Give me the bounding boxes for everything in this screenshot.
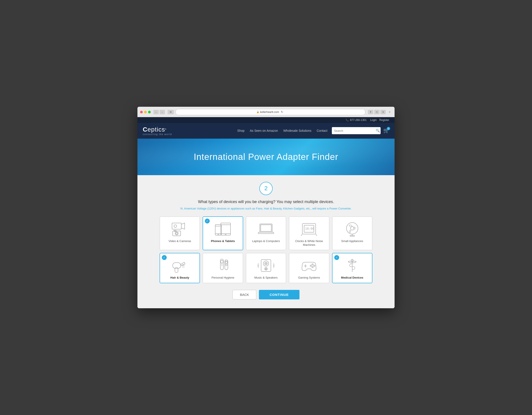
phones-tablets-label: Phones & Tablets	[205, 240, 240, 243]
svg-point-42	[265, 268, 267, 269]
device-card-music-speakers[interactable]: Music & Speakers	[246, 253, 286, 283]
medical-devices-check: ✓	[334, 255, 339, 260]
address-bar[interactable]: 🔒 kellerheartt.com ↻	[176, 109, 365, 115]
step-indicator: 2	[142, 182, 390, 195]
music-speakers-label: Music & Speakers	[248, 276, 284, 280]
back-button[interactable]: BACK	[233, 290, 256, 299]
device-card-small-appliances[interactable]: Small Appliances	[332, 216, 372, 250]
svg-point-46	[314, 265, 315, 267]
site-header: 📞 877-260-1301 Login Register Ceptics* c…	[137, 117, 395, 139]
svg-point-48	[310, 265, 312, 267]
phones-tablets-icon	[214, 221, 232, 237]
search-button[interactable]: 🔍	[373, 127, 380, 134]
device-grid: Video & Cameras ✓	[160, 216, 372, 284]
device-card-hair-beauty[interactable]: ✓ Hair & Beauty	[160, 253, 200, 283]
device-card-phones-tablets[interactable]: ✓ Phones & Tablets	[203, 216, 243, 250]
personal-hygiene-label: Personal Hygiene	[205, 276, 240, 280]
svg-point-38	[263, 261, 269, 266]
search-input[interactable]	[332, 128, 373, 134]
lock-icon: 🔒	[256, 111, 259, 113]
video-cameras-icon	[171, 221, 189, 237]
top-bar: 📞 877-260-1301 Login Register	[137, 117, 395, 123]
continue-button[interactable]: CONTINUE	[259, 290, 299, 299]
svg-rect-16	[261, 225, 271, 231]
clocks-icon: 10:00	[300, 221, 318, 237]
phone-number: 877-260-1301	[350, 119, 367, 121]
small-appliances-icon	[343, 221, 361, 237]
svg-text:10:00: 10:00	[305, 227, 314, 230]
svg-point-39	[265, 262, 267, 265]
phone-icon: 📞	[346, 119, 349, 121]
svg-point-6	[176, 232, 178, 234]
svg-point-47	[312, 267, 313, 268]
maximize-button[interactable]	[148, 111, 151, 113]
search-bar[interactable]: 🔍	[332, 127, 380, 134]
svg-point-35	[225, 264, 227, 266]
svg-point-45	[312, 264, 313, 265]
step-number: 2	[259, 182, 273, 195]
device-card-medical-devices[interactable]: ✓ Medical Devices	[332, 253, 372, 283]
share-button[interactable]: ⬆	[368, 110, 373, 114]
svg-marker-1	[181, 223, 185, 229]
device-card-video-cameras[interactable]: Video & Cameras	[160, 216, 200, 250]
music-speakers-icon	[257, 258, 275, 273]
minimize-button[interactable]	[144, 111, 147, 113]
nav-amazon[interactable]: As Seen on Amazon	[250, 129, 278, 132]
login-link[interactable]: Login	[370, 119, 377, 121]
hero-title: International Power Adapter Finder	[142, 152, 390, 162]
tab-view-button[interactable]: ⊞	[168, 110, 174, 114]
step-question: What types of devices will you be chargi…	[142, 200, 390, 204]
traffic-lights	[140, 111, 151, 113]
step-note: N. American Voltage (120V) devices or ap…	[142, 207, 390, 210]
cart-badge: 0	[387, 127, 390, 130]
svg-line-23	[316, 234, 317, 236]
step-section: 2 What types of devices will you be char…	[137, 175, 395, 308]
svg-point-10	[218, 234, 219, 235]
main-nav: Ceptics* connecting the world Shop As Se…	[137, 123, 395, 139]
window-button[interactable]: ⧉	[380, 110, 386, 114]
clocks-label: Clocks & White Noise Machines	[292, 240, 326, 247]
browser-chrome: ‹ › ⊞ 🔒 kellerheartt.com ↻ ⬆ ⊡ ⧉ +	[137, 107, 395, 117]
gaming-systems-label: Gaming Systems	[292, 276, 326, 280]
device-card-clocks[interactable]: 10:00 Clocks & White Noise Machines	[289, 216, 329, 250]
svg-point-40	[266, 263, 266, 264]
logo-text: Ceptics*	[143, 126, 172, 133]
bookmarks-button[interactable]: ⊡	[374, 110, 380, 114]
hair-beauty-check: ✓	[162, 255, 167, 260]
svg-point-14	[225, 234, 226, 235]
cart-button[interactable]: 🛒 0	[383, 128, 389, 134]
personal-hygiene-icon	[214, 258, 232, 273]
device-card-laptops-computers[interactable]: Laptops & Computers	[246, 216, 286, 250]
phones-tablets-check: ✓	[205, 219, 210, 223]
hair-beauty-icon	[171, 258, 189, 273]
svg-point-24	[346, 222, 358, 234]
nav-contact[interactable]: Contact	[317, 129, 327, 132]
forward-nav-button[interactable]: ›	[160, 110, 165, 114]
nav-shop[interactable]: Shop	[237, 129, 245, 132]
svg-point-2	[174, 225, 177, 227]
gaming-systems-icon	[300, 258, 318, 273]
register-link[interactable]: Register	[379, 119, 389, 121]
top-bar-links: Login Register	[370, 119, 389, 121]
video-cameras-label: Video & Cameras	[162, 240, 197, 243]
device-card-gaming-systems[interactable]: Gaming Systems	[289, 253, 329, 283]
device-card-personal-hygiene[interactable]: Personal Hygiene	[203, 253, 243, 283]
nav-links: Shop As Seen on Amazon Wholesale Solutio…	[237, 129, 327, 132]
reload-button[interactable]: ↻	[280, 110, 285, 114]
laptops-computers-icon	[257, 221, 275, 237]
svg-rect-15	[260, 224, 272, 232]
close-button[interactable]	[140, 111, 143, 113]
svg-point-25	[351, 227, 354, 230]
logo[interactable]: Ceptics* connecting the world	[143, 126, 172, 136]
laptops-computers-label: Laptops & Computers	[248, 240, 284, 243]
nav-wholesale[interactable]: Wholesale Solutions	[283, 129, 312, 132]
new-tab-button[interactable]: +	[388, 110, 392, 114]
svg-point-41	[265, 267, 267, 270]
back-nav-button[interactable]: ‹	[153, 110, 159, 114]
url-text: kellerheartt.com	[260, 111, 279, 114]
svg-line-22	[301, 234, 302, 236]
medical-devices-icon	[343, 258, 361, 273]
small-appliances-label: Small Appliances	[335, 240, 370, 243]
logo-sub: connecting the world	[143, 133, 172, 136]
hair-beauty-label: Hair & Beauty	[162, 276, 197, 280]
